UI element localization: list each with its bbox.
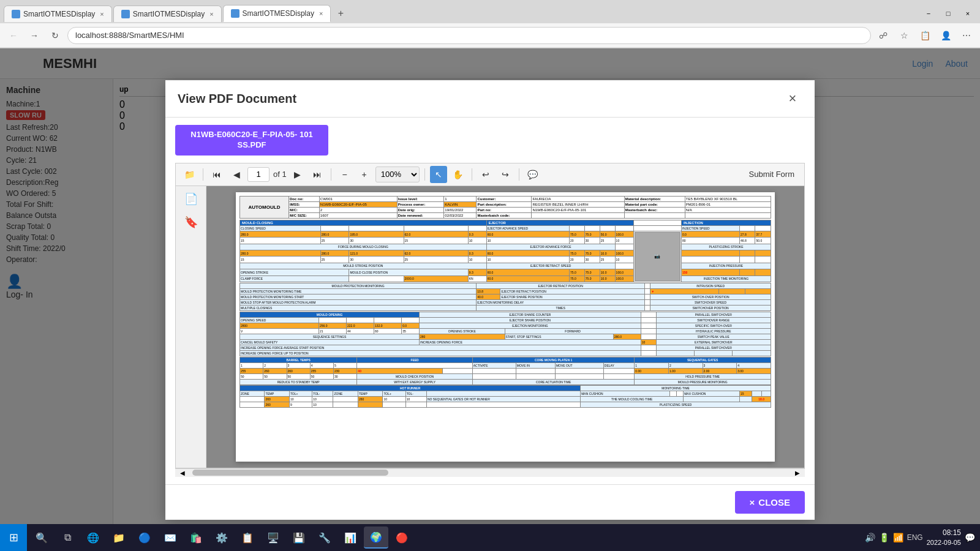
- pdf-process-owner: KALVIN: [444, 201, 477, 207]
- tab-favicon-1: [12, 10, 20, 18]
- modal-header: View PDF Document ×: [165, 80, 815, 118]
- favorites-button[interactable]: ☆: [895, 27, 913, 44]
- tab-close-2[interactable]: ×: [209, 10, 213, 18]
- tab-bar: SmartIOTMESDisplay × SmartIOTMESDisplay …: [0, 0, 980, 23]
- pdf-undo-button[interactable]: ↩: [477, 166, 494, 183]
- maximize-button[interactable]: □: [940, 5, 957, 22]
- taskbar-ie-button[interactable]: 🔵: [132, 527, 157, 549]
- taskbar-task2-button[interactable]: 📋: [235, 527, 260, 549]
- pdf-cursor-tool-button[interactable]: ↖: [430, 166, 447, 183]
- pdf-first-page-button[interactable]: ⏮: [208, 166, 225, 183]
- taskbar-settings-button[interactable]: ⚙️: [209, 527, 234, 549]
- browser-controls: ← → ↻ ☍ ☆ 📋 👤 ⋯: [0, 23, 980, 48]
- pdf-zoom-in-button[interactable]: +: [356, 166, 373, 183]
- pdf-open-folder-button[interactable]: 📁: [181, 166, 198, 183]
- pdf-company-name: AUTOMOULD: [249, 204, 281, 210]
- tray-language-icon: ENG: [907, 533, 923, 542]
- pdf-material-code: PM201-B06-01: [685, 201, 771, 207]
- close-button[interactable]: × CLOSE: [735, 491, 805, 514]
- pdf-page-input[interactable]: [247, 167, 270, 182]
- taskbar-explorer-button[interactable]: 📁: [107, 527, 131, 549]
- pdf-submit-form-button[interactable]: Submit Form: [744, 167, 799, 181]
- pdf-part-desc: REGISTER BEZEL INNER LH/RH: [532, 201, 624, 207]
- taskbar-mail-button[interactable]: ✉️: [158, 527, 183, 549]
- pdf-filename-button[interactable]: N1WB-E060C20-E_F-PIA-05- 101 SS.PDF: [175, 125, 328, 156]
- taskbar-edge-button[interactable]: 🌐: [81, 527, 105, 549]
- pdf-zoom-select[interactable]: 100% 75% 125% 150%: [375, 167, 420, 182]
- toolbar-divider-4: [472, 168, 472, 181]
- window-controls: − □ ×: [920, 5, 976, 22]
- taskbar-app2-button[interactable]: 💾: [287, 527, 311, 549]
- pdf-comment-button[interactable]: 💬: [524, 166, 541, 183]
- h-scroll-left-button[interactable]: ◀: [175, 470, 190, 476]
- tab-label-3: SmartIOTMESDisplay: [243, 9, 314, 18]
- pdf-content-wrapper: 📄 🔖 AUTOMOULD: [175, 186, 805, 468]
- modal-close-x-button[interactable]: ×: [783, 89, 802, 108]
- tab-2[interactable]: SmartIOTMESDisplay ×: [113, 6, 222, 22]
- pdf-last-page-button[interactable]: ⏭: [309, 166, 326, 183]
- tray-notification-icon[interactable]: 💬: [965, 533, 975, 542]
- taskbar-search-button[interactable]: 🔍: [29, 527, 54, 549]
- close-icon: ×: [750, 497, 755, 508]
- pdf-toolbar: 📁 ⏮ ◀ of 1 ▶ ⏭ − + 100% 75% 125% 150%: [175, 163, 805, 186]
- pdf-bookmark-icon[interactable]: 🔖: [184, 216, 198, 229]
- pdf-part-no: N1WB-E060C20-E/F-PIA-05-101: [532, 207, 624, 212]
- page-background: MESMHI Login About Machine Machine:1 SLO…: [0, 48, 980, 551]
- taskbar-taskview-button[interactable]: ⧉: [55, 527, 80, 549]
- tab-close-3[interactable]: ×: [319, 10, 323, 17]
- taskbar-items: 🔍 ⧉ 🌐 📁 🔵 ✉️ 🛍️ ⚙️ 📋 🖥️ 💾 🔧 📊 🌍 🔴: [27, 527, 860, 549]
- h-scrollbar-thumb[interactable]: [192, 470, 388, 476]
- tab-label-2: SmartIOTMESDisplay: [133, 10, 205, 18]
- tab-label-1: SmartIOTMESDisplay: [23, 10, 95, 18]
- tab-3[interactable]: SmartIOTMESDisplay ×: [223, 5, 331, 22]
- tab-1[interactable]: SmartIOTMESDisplay ×: [4, 6, 112, 22]
- pdf-prev-page-button[interactable]: ◀: [228, 166, 245, 183]
- pdf-doc-no: CW001: [319, 196, 397, 201]
- pdf-next-page-button[interactable]: ▶: [289, 166, 306, 183]
- back-button[interactable]: ←: [5, 27, 22, 44]
- pdf-redo-button[interactable]: ↪: [497, 166, 514, 183]
- pdf-hand-tool-button[interactable]: ✋: [450, 166, 467, 183]
- close-window-button[interactable]: ×: [959, 5, 976, 22]
- forward-button[interactable]: →: [26, 27, 43, 44]
- tab-close-1[interactable]: ×: [100, 10, 104, 18]
- minimize-button[interactable]: −: [920, 5, 937, 22]
- modal-title: View PDF Document: [178, 92, 296, 106]
- pdf-date-orig: 19/01/2022: [444, 207, 477, 212]
- new-tab-button[interactable]: +: [332, 6, 349, 21]
- read-mode-button[interactable]: ☍: [875, 27, 892, 44]
- modal-overlay: View PDF Document × N1WB-E060C20-E_F-PIA…: [0, 48, 980, 551]
- collections-button[interactable]: 📋: [916, 27, 933, 44]
- pdf-material-desc: TE5 BAYBLEND XF 901510 BL: [685, 196, 771, 201]
- refresh-button[interactable]: ↻: [47, 27, 64, 44]
- tray-battery-icon: 📶: [893, 533, 903, 542]
- taskbar-app6-button[interactable]: 🔴: [390, 527, 414, 549]
- menu-button[interactable]: ⋯: [958, 27, 975, 44]
- browser-chrome: SmartIOTMESDisplay × SmartIOTMESDisplay …: [0, 0, 980, 48]
- taskbar-app3-button[interactable]: 🔧: [312, 527, 337, 549]
- taskbar-app1-button[interactable]: 🖥️: [261, 527, 285, 549]
- pdf-date-renewed: 02/03/2022: [444, 212, 477, 218]
- h-scroll-right-button[interactable]: ▶: [790, 470, 805, 476]
- taskbar-app4-button[interactable]: 📊: [338, 527, 363, 549]
- pdf-pages-icon[interactable]: 📄: [184, 192, 198, 206]
- start-button[interactable]: ⊞: [0, 524, 27, 551]
- tray-clock: 08:15: [927, 528, 961, 538]
- tray-time: 08:15 2022-09-05: [927, 528, 961, 547]
- toolbar-divider-3: [424, 168, 425, 181]
- taskbar-app5-button[interactable]: 🌍: [364, 527, 388, 549]
- tray-volume-icon: 🔋: [879, 533, 889, 542]
- address-bar[interactable]: [67, 27, 871, 44]
- pdf-zoom-out-button[interactable]: −: [336, 166, 353, 183]
- profile-button[interactable]: 👤: [937, 27, 954, 44]
- pdf-page-count: of 1: [273, 170, 287, 179]
- taskbar-store-button[interactable]: 🛍️: [184, 527, 208, 549]
- pdf-masterbatch-desc: N/A: [685, 207, 771, 212]
- tab-favicon-3: [231, 9, 239, 18]
- pdf-sidebar-panel: 📄 🔖: [176, 186, 206, 468]
- pdf-modal: View PDF Document × N1WB-E060C20-E_F-PIA…: [165, 80, 815, 520]
- pdf-page: AUTOMOULD Doc no: CW001 Issue level: 1 C…: [236, 192, 775, 462]
- pdf-mc-size: 1607: [319, 212, 397, 218]
- pdf-main-view[interactable]: AUTOMOULD Doc no: CW001 Issue level: 1 C…: [206, 186, 804, 468]
- pdf-horizontal-scrollbar[interactable]: ◀ ▶: [175, 468, 805, 477]
